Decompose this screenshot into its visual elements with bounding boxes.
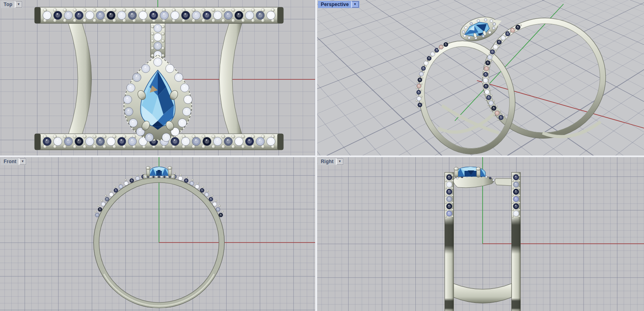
front-view-canvas[interactable] [0,157,315,311]
ring-perspective-view [406,4,619,156]
chevron-down-icon: ▼ [21,160,24,163]
viewport-label-top[interactable]: Top ▼ [1,1,23,8]
viewport-label-perspective[interactable]: Perspective ▼ [318,1,359,8]
viewport-title[interactable]: Front [4,159,19,164]
viewport-right[interactable]: Right ▼ [317,157,644,311]
viewport-menu-dropdown[interactable]: ▼ [15,1,22,8]
chevron-down-icon: ▼ [338,160,341,163]
top-view-canvas[interactable] [0,0,315,156]
right-view-canvas[interactable] [317,157,644,311]
cad-viewport-grid: Top ▼ Perspective ▼ Front ▼ Right ▼ [0,0,644,311]
viewport-label-right[interactable]: Right ▼ [318,158,344,165]
ring-top-view [35,7,283,150]
chevron-down-icon: ▼ [17,3,20,6]
viewport-menu-dropdown[interactable]: ▼ [19,158,26,165]
viewport-perspective[interactable]: Perspective ▼ [317,0,644,156]
perspective-view-canvas[interactable] [317,0,644,156]
viewport-label-front[interactable]: Front ▼ [1,158,27,165]
viewport-top[interactable]: Top ▼ [0,0,315,156]
viewport-front[interactable]: Front ▼ [0,157,315,311]
viewport-menu-dropdown[interactable]: ▼ [352,1,359,8]
viewport-title[interactable]: Top [4,2,15,7]
chevron-down-icon: ▼ [353,3,357,6]
viewport-menu-dropdown[interactable]: ▼ [336,158,343,165]
viewport-title[interactable]: Right [321,159,336,164]
viewport-title[interactable]: Perspective [321,2,352,7]
